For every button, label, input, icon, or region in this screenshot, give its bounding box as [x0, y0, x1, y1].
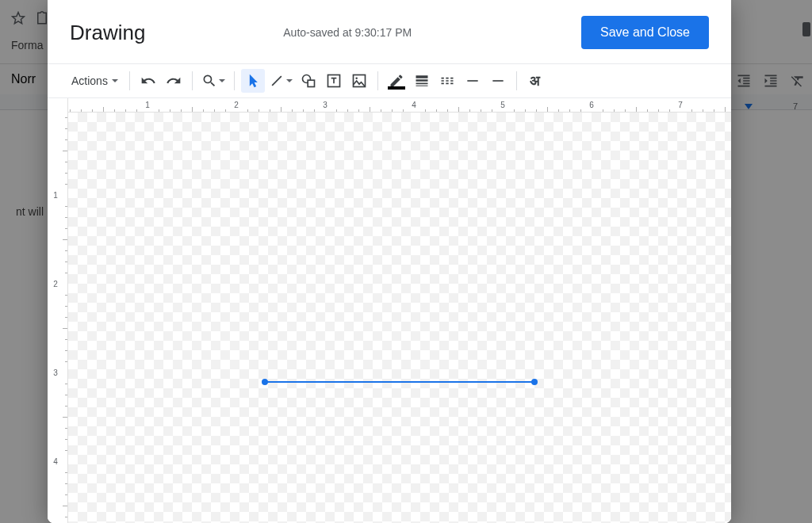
bg-right-edge-block	[802, 22, 810, 36]
zoom-menu[interactable]	[199, 69, 228, 93]
line-endpoint-right[interactable]	[531, 379, 538, 385]
undo-icon	[140, 73, 156, 89]
textbox-icon	[326, 73, 342, 89]
zoom-icon	[201, 73, 217, 89]
textbox-tool[interactable]	[322, 69, 346, 93]
actions-menu[interactable]: Actions	[67, 69, 123, 93]
clear-formatting-icon	[790, 73, 806, 89]
ruler-marker-icon	[744, 103, 753, 113]
bg-style-dropdown: Norr	[11, 72, 36, 86]
toolbar-separator	[234, 71, 235, 90]
svg-point-4	[355, 77, 358, 79]
chevron-down-icon	[112, 79, 118, 82]
line-endpoint-left[interactable]	[262, 379, 268, 385]
chevron-down-icon	[219, 79, 225, 82]
line-start-button[interactable]	[461, 69, 485, 93]
indent-increase-icon	[763, 73, 779, 89]
h-ruler-label: 4	[412, 101, 416, 109]
more-options-button[interactable]: अ	[523, 69, 547, 93]
save-and-close-button[interactable]: Save and Close	[581, 16, 709, 49]
bg-menu-format: Forma	[11, 39, 43, 52]
line-tool-menu[interactable]	[266, 69, 295, 93]
image-icon	[351, 73, 367, 89]
vertical-ruler: 1234	[48, 98, 68, 523]
drawing-toolbar: Actions	[48, 63, 731, 98]
line-color-swatch	[388, 86, 405, 90]
cursor-icon	[245, 73, 261, 89]
bg-body-text: nt will	[16, 205, 44, 218]
indent-decrease-icon	[736, 73, 752, 89]
image-tool[interactable]	[347, 69, 371, 93]
chevron-down-icon	[286, 79, 293, 82]
v-ruler-label: 2	[53, 280, 58, 288]
drawing-modal: Drawing Auto-saved at 9:30:17 PM Save an…	[48, 0, 731, 523]
line-dash-icon	[439, 73, 455, 89]
horizontal-ruler: 1234567	[68, 98, 731, 113]
line-color-button[interactable]	[385, 69, 408, 93]
svg-rect-1	[308, 80, 314, 86]
modal-header: Drawing Auto-saved at 9:30:17 PM Save an…	[48, 0, 731, 63]
v-ruler-label: 3	[53, 368, 58, 377]
drawn-line-shape[interactable]	[265, 381, 534, 383]
redo-icon	[166, 73, 182, 89]
toolbar-separator	[129, 71, 130, 90]
h-ruler-label: 6	[589, 101, 594, 109]
toolbar-separator	[516, 71, 517, 90]
drawing-canvas[interactable]	[68, 113, 731, 523]
toolbar-separator	[377, 71, 378, 90]
redo-button[interactable]	[162, 69, 186, 93]
line-icon	[269, 73, 285, 89]
h-ruler-label: 2	[234, 101, 239, 109]
line-end-button[interactable]	[486, 69, 510, 93]
h-ruler-label: 7	[678, 101, 683, 109]
shape-icon	[301, 73, 316, 89]
shape-tool[interactable]	[297, 69, 320, 93]
select-tool[interactable]	[241, 69, 265, 93]
autosave-status: Auto-saved at 9:30:17 PM	[129, 26, 565, 39]
devanagari-label: अ	[530, 73, 540, 90]
v-ruler-label: 1	[53, 191, 58, 200]
v-ruler-label: 4	[53, 457, 58, 466]
line-start-icon	[465, 73, 481, 89]
h-ruler-label: 5	[500, 101, 505, 109]
h-ruler-label: 1	[145, 101, 150, 109]
actions-label: Actions	[71, 74, 108, 87]
line-dash-button[interactable]	[435, 69, 459, 93]
toolbar-separator	[192, 71, 193, 90]
line-weight-icon	[414, 73, 430, 89]
line-weight-button[interactable]	[410, 69, 434, 93]
h-ruler-label: 3	[323, 101, 327, 109]
undo-button[interactable]	[136, 69, 160, 93]
canvas-area: 1234 1234567	[48, 98, 731, 523]
line-end-icon	[490, 73, 506, 89]
bg-ruler-number: 7	[793, 101, 798, 111]
